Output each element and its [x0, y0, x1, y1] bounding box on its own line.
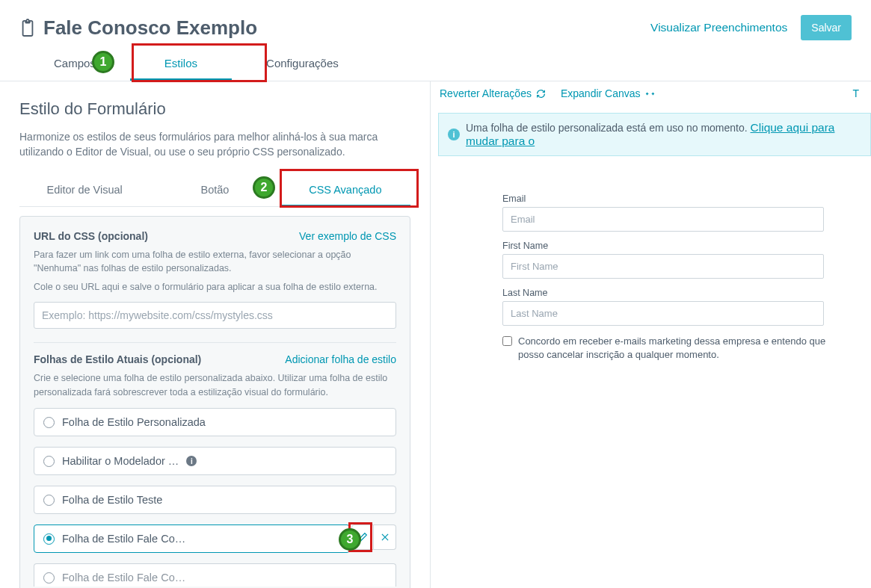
form-preview: Email First Name Last Name Concordo em r… [431, 156, 871, 362]
css-panel: URL do CSS (opcional) Ver exemplo de CSS… [19, 216, 410, 588]
stylesheet-label: Folha de Estilo Fale Co… [62, 533, 185, 545]
subtab-visual[interactable]: Editor de Visual [19, 176, 150, 206]
main-tabs: Campos Estilos Configurações 1 [0, 49, 871, 81]
title-wrap: Fale Conosco Exemplo [19, 16, 257, 40]
expand-label: Expandir Canvas [561, 87, 641, 99]
preview-column: Reverter Alterações Expandir Canvas T i … [430, 81, 871, 588]
header-actions: Visualizar Preenchimentos Salvar [650, 15, 852, 40]
field-label: First Name [502, 241, 871, 251]
add-stylesheet-link[interactable]: Adicionar folha de estilo [285, 353, 396, 365]
stylesheet-radio[interactable] [43, 572, 55, 584]
stylesheet-radio[interactable] [43, 495, 55, 506]
stylesheet-row[interactable]: Habilitar o Modelador … i [34, 447, 396, 475]
expand-canvas-link[interactable]: Expandir Canvas [561, 87, 655, 99]
delete-stylesheet-button[interactable] [374, 524, 396, 550]
refresh-icon [536, 89, 546, 99]
revert-label: Reverter Alterações [440, 87, 532, 99]
close-icon [380, 532, 390, 542]
field-label: Email [502, 194, 871, 204]
sub-tabs: Editor de Visual Botão CSS Avançado 2 [19, 176, 410, 207]
stylesheet-row[interactable]: Folha de Estilo Personalizada [34, 408, 396, 436]
stylesheet-label: Folha de Estilo Teste [62, 494, 162, 506]
tab-estilos[interactable]: Estilos [130, 49, 232, 81]
preview-trailing[interactable]: T [852, 87, 862, 99]
url-help-1: Para fazer um link com uma folha de esti… [34, 248, 396, 276]
consent-checkbox[interactable] [502, 336, 512, 346]
page-header: Fale Conosco Exemplo Visualizar Preenchi… [0, 0, 871, 49]
style-section-title: Estilo do Formulário [19, 99, 410, 119]
url-label: URL do CSS (opcional) [34, 230, 148, 242]
tab-config[interactable]: Configurações [232, 49, 373, 81]
stylesheet-row[interactable]: Folha de Estilo Teste [34, 486, 396, 514]
view-fills-link[interactable]: Visualizar Preenchimentos [650, 21, 787, 34]
stylesheet-label: Habilitar o Modelador … [62, 455, 179, 467]
stylesheet-radio[interactable] [43, 417, 55, 428]
sheets-label: Folhas de Estilo Atuais (opcional) [34, 353, 201, 365]
banner-text-static: Uma folha de estilo personalizada está e… [466, 122, 751, 134]
save-button[interactable]: Salvar [801, 15, 852, 40]
sheets-header: Folhas de Estilo Atuais (opcional) Adici… [34, 353, 396, 365]
subtab-css[interactable]: CSS Avançado [280, 176, 410, 206]
content: Estilo do Formulário Harmonize os estilo… [0, 81, 871, 588]
revert-changes-link[interactable]: Reverter Alterações [440, 87, 546, 99]
left-column: Estilo do Formulário Harmonize os estilo… [0, 81, 430, 588]
expand-icon [645, 89, 655, 99]
consent-row[interactable]: Concordo em receber e-mails marketing de… [502, 335, 854, 362]
css-url-input[interactable] [34, 302, 396, 329]
first-name-field[interactable] [502, 254, 824, 279]
page-title: Fale Conosco Exemplo [43, 16, 257, 40]
stylesheet-label: Folha de Estilo Personalizada [62, 416, 206, 428]
stylesheet-info-banner: i Uma folha de estilo personalizada está… [438, 113, 871, 156]
clipboard-icon [19, 18, 36, 37]
stylesheet-radio[interactable] [43, 533, 55, 545]
field-label: Last Name [502, 288, 871, 298]
stylesheet-radio[interactable] [43, 456, 55, 467]
stylesheet-label: Folha de Estilo Fale Co… [62, 572, 185, 584]
style-section-desc: Harmonize os estilos de seus formulários… [19, 129, 410, 160]
url-header: URL do CSS (opcional) Ver exemplo de CSS [34, 230, 396, 242]
css-example-link[interactable]: Ver exemplo de CSS [299, 230, 396, 242]
consent-text: Concordo em receber e-mails marketing de… [518, 335, 854, 362]
panel-separator [34, 342, 396, 343]
badge-2: 2 [253, 176, 275, 199]
url-help-2: Cole o seu URL aqui e salve o formulário… [34, 280, 396, 294]
stylesheet-row[interactable]: Folha de Estilo Fale Co… [34, 563, 396, 587]
sheets-help: Crie e selecione uma folha de estilo per… [34, 371, 396, 400]
stylesheet-row-selected[interactable]: Folha de Estilo Fale Co… 3 [34, 524, 350, 553]
last-name-field[interactable] [502, 301, 824, 326]
email-field[interactable] [502, 207, 824, 232]
preview-toolbar: Reverter Alterações Expandir Canvas T [431, 81, 871, 105]
info-icon: i [448, 129, 460, 140]
banner-text: Uma folha de estilo personalizada está e… [466, 121, 861, 148]
badge-1: 1 [92, 51, 114, 73]
info-icon[interactable]: i [186, 456, 197, 466]
